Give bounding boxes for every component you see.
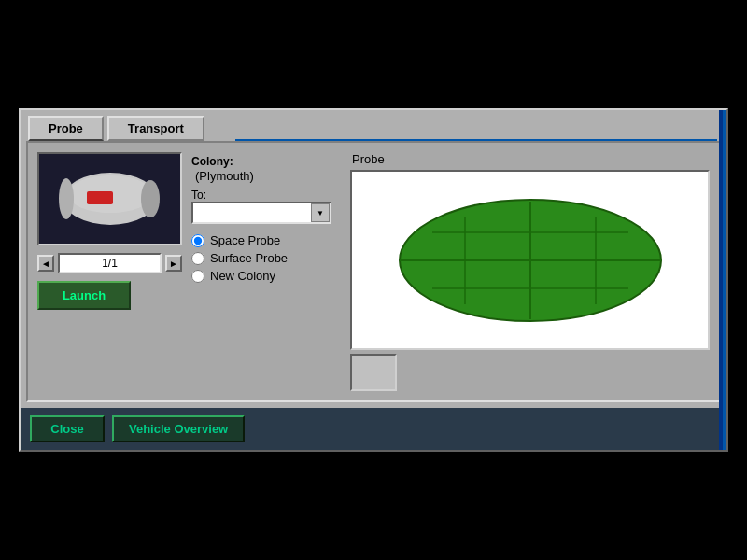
right-panel: Probe: [350, 152, 710, 391]
radio-space-probe-input[interactable]: [191, 234, 204, 247]
radio-group: Space Probe Surface Probe New Colony: [191, 233, 341, 283]
tab-transport-label: Transport: [128, 121, 184, 135]
probe-thumbnail: [350, 354, 397, 391]
radio-space-probe-label: Space Probe: [210, 233, 280, 247]
vehicle-overview-button[interactable]: Vehicle Overview: [112, 415, 245, 442]
probe-diagram: [386, 181, 675, 340]
nav-next-button[interactable]: ►: [165, 255, 182, 272]
destination-section: To: ▼: [191, 189, 341, 224]
content-area: ◄ 1/1 ► Launch Colony: (Plymouth: [26, 141, 721, 402]
tab-probe-label: Probe: [49, 121, 83, 135]
colony-label: Colony:: [191, 155, 233, 168]
tab-underline: [235, 139, 717, 141]
right-blue-border2: [719, 110, 723, 450]
main-window: Probe Transport: [19, 108, 728, 452]
right-blue-border: [723, 110, 726, 450]
tab-bar: Probe Transport: [21, 110, 726, 141]
destination-dropdown[interactable]: [191, 202, 331, 224]
svg-point-4: [59, 178, 74, 219]
probe-title: Probe: [352, 152, 710, 166]
ship-image: [37, 152, 182, 245]
launch-button[interactable]: Launch: [37, 281, 131, 310]
nav-row: ◄ 1/1 ►: [37, 253, 182, 273]
radio-space-probe[interactable]: Space Probe: [191, 233, 341, 247]
to-label: To:: [191, 189, 341, 202]
vehicle-overview-label: Vehicle Overview: [129, 422, 228, 436]
radio-new-colony-label: New Colony: [210, 269, 275, 283]
radio-new-colony-input[interactable]: [191, 270, 204, 283]
colony-name: (Plymouth): [195, 169, 341, 183]
ship-svg: [49, 161, 171, 236]
colony-section: Colony: (Plymouth): [191, 152, 341, 183]
radio-surface-probe-label: Surface Probe: [210, 251, 288, 265]
radio-surface-probe-input[interactable]: [191, 252, 204, 265]
nav-current: 1/1: [102, 257, 118, 270]
close-button[interactable]: Close: [30, 415, 105, 442]
nav-prev-button[interactable]: ◄: [37, 255, 54, 272]
tab-transport[interactable]: Transport: [107, 116, 204, 141]
tab-probe[interactable]: Probe: [28, 116, 104, 141]
svg-point-3: [141, 180, 160, 217]
probe-view: [350, 170, 710, 350]
middle-panel: Colony: (Plymouth) To: ▼ Space: [191, 152, 341, 391]
bottom-bar: Close Vehicle Overview: [21, 408, 726, 450]
destination-dropdown-container: ▼: [191, 202, 331, 224]
nav-display: 1/1: [58, 253, 162, 273]
close-label: Close: [50, 422, 83, 436]
radio-surface-probe[interactable]: Surface Probe: [191, 251, 341, 265]
svg-rect-2: [87, 191, 113, 204]
launch-label: Launch: [63, 288, 106, 302]
left-panel: ◄ 1/1 ► Launch: [37, 152, 182, 391]
radio-new-colony[interactable]: New Colony: [191, 269, 341, 283]
